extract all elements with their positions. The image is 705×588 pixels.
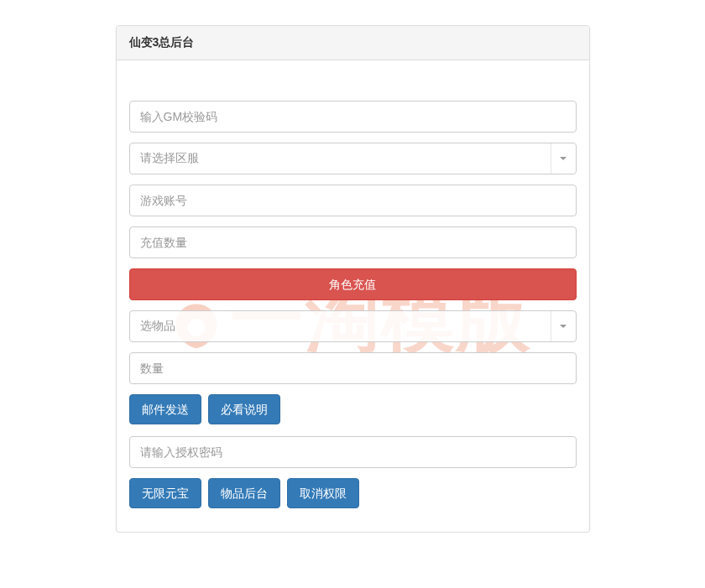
auth-password-input[interactable] [129,436,577,468]
must-read-button[interactable]: 必看说明 [208,394,280,424]
item-select[interactable]: 选物品 [129,310,577,342]
item-backend-button[interactable]: 物品后台 [208,478,280,508]
send-mail-button[interactable]: 邮件发送 [129,394,201,424]
account-input[interactable] [129,185,577,216]
recharge-amount-input[interactable] [129,226,577,258]
panel-body: 请选择区服 角色充值 选物品 邮件发送 必看说明 无限元宝 [117,60,589,532]
server-select-placeholder: 请选择区服 [140,151,199,166]
gm-code-input[interactable] [129,101,577,133]
recharge-button[interactable]: 角色充值 [129,268,577,300]
item-select-placeholder: 选物品 [140,319,175,334]
chevron-down-icon [551,311,567,341]
cancel-permission-button[interactable]: 取消权限 [287,478,359,508]
chevron-down-icon [551,143,567,174]
admin-panel: 仙变3总后台 一淘模版 请选择区服 角色充值 选物品 [116,25,590,533]
server-select[interactable]: 请选择区服 [129,143,577,174]
quantity-input[interactable] [129,352,577,384]
unlimited-gold-button[interactable]: 无限元宝 [129,478,201,508]
panel-title: 仙变3总后台 [117,26,589,60]
